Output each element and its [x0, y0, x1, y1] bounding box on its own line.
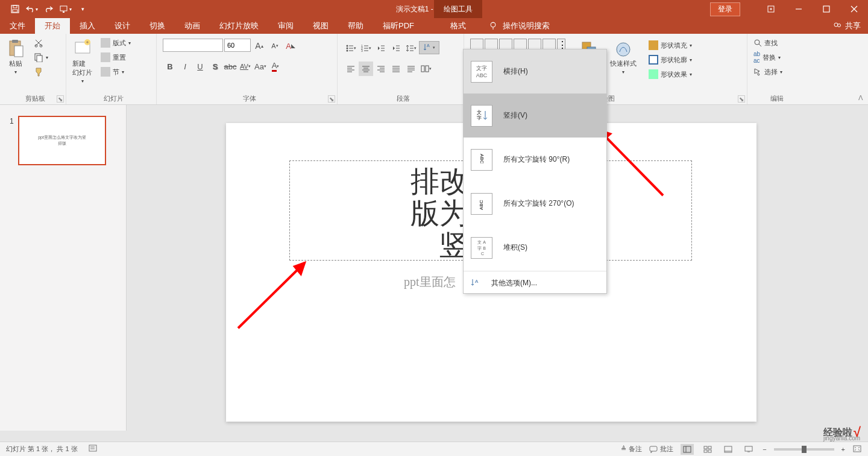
dropdown-item-stacked[interactable]: 文 A 字 B C 堆积(S) — [464, 226, 606, 270]
undo-button[interactable]: ▾ — [24, 1, 40, 17]
columns-button[interactable]: ▾ — [419, 62, 433, 76]
increase-font-button[interactable]: A▴ — [252, 39, 266, 53]
subtitle-text[interactable]: ppt里面怎 — [404, 274, 456, 290]
contextual-tab-label: 绘图工具 — [434, 0, 482, 18]
tell-me-search[interactable]: 操作说明搜索 — [488, 21, 550, 31]
underline-button[interactable]: U — [193, 59, 207, 74]
strike-button[interactable]: abc — [223, 59, 237, 74]
ribbon-options-button[interactable] — [757, 0, 785, 18]
dropdown-item-rotate270[interactable]: ABC 所有文字旋转 270°(O) — [464, 182, 606, 226]
comments-button[interactable]: 批注 — [649, 445, 673, 454]
line-spacing-button[interactable]: ▾ — [404, 41, 418, 55]
font-color-button[interactable]: A▾ — [268, 59, 283, 74]
char-spacing-button[interactable]: AV▾ — [238, 59, 253, 74]
tab-animation[interactable]: 动画 — [175, 18, 210, 34]
new-slide-label: 新建 幻灯片 — [72, 59, 92, 77]
dropdown-item-rotate90[interactable]: ABC 所有文字旋转 90°(R) — [464, 138, 606, 182]
maximize-button[interactable] — [813, 0, 840, 18]
view-sorter-button[interactable] — [701, 444, 714, 455]
drawing-launcher[interactable]: ⬊ — [738, 95, 745, 103]
format-painter-button[interactable] — [30, 65, 52, 78]
tab-review[interactable]: 审阅 — [268, 18, 303, 34]
login-button[interactable]: 登录 — [710, 2, 740, 16]
shape-outline-button[interactable]: 形状轮廓▾ — [645, 53, 696, 66]
align-center-button[interactable] — [359, 62, 373, 76]
zoom-in-button[interactable]: + — [841, 446, 845, 453]
save-button[interactable] — [7, 1, 23, 17]
vertical-label: 竖排(V) — [503, 110, 527, 121]
copy-button[interactable]: ▾ — [30, 51, 52, 64]
numbering-button[interactable]: 123▾ — [359, 41, 373, 55]
zoom-fit-button[interactable] — [852, 445, 862, 454]
find-button[interactable]: 查找 — [750, 36, 786, 49]
cut-button[interactable] — [30, 36, 52, 49]
tab-insert[interactable]: 插入 — [70, 18, 105, 34]
increase-indent-button[interactable] — [389, 41, 403, 55]
tab-format[interactable]: 格式 — [434, 18, 482, 34]
tab-pdf[interactable]: 福昕PDF — [373, 18, 424, 34]
font-launcher[interactable]: ⬊ — [328, 95, 335, 103]
italic-button[interactable]: I — [178, 59, 192, 74]
share-label: 共享 — [845, 21, 861, 31]
replace-button[interactable]: abac替换▾ — [750, 51, 786, 64]
tab-home[interactable]: 开始 — [35, 18, 70, 34]
zoom-slider[interactable] — [774, 448, 834, 451]
dropdown-item-vertical[interactable]: 文字 竖排(V) — [464, 93, 606, 138]
bullets-button[interactable]: ▾ — [344, 41, 358, 55]
clear-format-button[interactable]: A◣ — [283, 39, 298, 53]
dropdown-item-horizontal[interactable]: 文字 ABC 横排(H) — [464, 49, 606, 93]
view-slideshow-button[interactable] — [742, 444, 755, 455]
notes-button[interactable]: ≜备注 — [621, 445, 642, 454]
section-button[interactable]: 节▾ — [97, 65, 134, 78]
tab-help[interactable]: 帮助 — [338, 18, 373, 34]
tab-file[interactable]: 文件 — [0, 18, 35, 34]
spellcheck-icon[interactable] — [89, 445, 98, 454]
svg-point-68 — [617, 43, 630, 56]
svg-rect-7 — [823, 6, 829, 12]
qat-customize-button[interactable]: ▾ — [75, 1, 90, 17]
font-size-input[interactable] — [224, 39, 251, 52]
align-right-button[interactable] — [374, 62, 388, 76]
tab-slideshow[interactable]: 幻灯片放映 — [210, 18, 268, 34]
redo-button[interactable] — [41, 1, 57, 17]
svg-point-10 — [491, 22, 495, 27]
decrease-indent-button[interactable] — [374, 41, 388, 55]
start-from-beginning-button[interactable]: ▾ — [58, 1, 74, 17]
paste-label: 粘贴 — [9, 59, 22, 68]
font-name-input[interactable] — [163, 39, 223, 52]
decrease-font-button[interactable]: A▾ — [268, 39, 282, 53]
distribute-button[interactable] — [404, 62, 418, 76]
collapse-ribbon-button[interactable]: ᐱ — [858, 94, 863, 102]
slide-thumbnail-1[interactable]: 1 ppt里面怎么将文字改为竖 排版 — [0, 116, 126, 165]
tab-transition[interactable]: 切换 — [140, 18, 175, 34]
new-slide-button[interactable]: 新建 幻灯片▾ — [69, 36, 96, 86]
shape-fill-button[interactable]: 形状填充▾ — [645, 39, 696, 52]
dropdown-item-more-options[interactable]: A 其他选项(M)... — [464, 273, 606, 293]
minimize-button[interactable] — [785, 0, 813, 18]
bold-button[interactable]: B — [163, 59, 177, 74]
tab-design[interactable]: 设计 — [105, 18, 140, 34]
group-editing: 查找 abac替换▾ 选择▾ 编辑 — [747, 34, 802, 104]
select-button[interactable]: 选择▾ — [750, 65, 786, 78]
justify-button[interactable] — [389, 62, 403, 76]
shape-effects-button[interactable]: 形状效果▾ — [645, 68, 696, 81]
layout-button[interactable]: 版式▾ — [97, 36, 134, 49]
slides-panel: 1 ppt里面怎么将文字改为竖 排版 — [0, 105, 127, 431]
view-reading-button[interactable] — [722, 444, 735, 455]
align-left-button[interactable] — [344, 62, 358, 76]
quickstyle-button[interactable]: 快速样式▾ — [606, 39, 640, 77]
close-button[interactable] — [840, 0, 868, 18]
share-button[interactable]: 共享 — [833, 21, 861, 31]
shadow-button[interactable]: S — [208, 59, 222, 74]
change-case-button[interactable]: Aa▾ — [253, 59, 268, 74]
text-direction-button[interactable]: A▾ — [419, 41, 439, 54]
paste-button[interactable]: 粘贴▾ — [2, 36, 29, 77]
reset-button[interactable]: 重置 — [97, 51, 134, 64]
zoom-out-button[interactable]: − — [763, 446, 766, 453]
zoom-thumb[interactable] — [802, 446, 807, 453]
view-normal-button[interactable] — [681, 444, 694, 455]
svg-text:文: 文 — [477, 110, 482, 115]
clipboard-launcher[interactable]: ⬊ — [57, 95, 64, 103]
tab-view[interactable]: 视图 — [303, 18, 338, 34]
horizontal-icon: 文字 ABC — [471, 61, 492, 83]
